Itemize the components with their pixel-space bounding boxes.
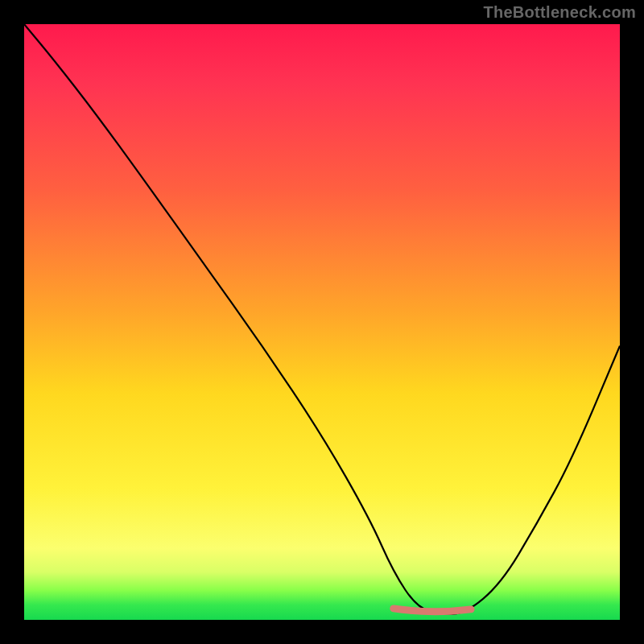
plot-area: [24, 24, 620, 620]
bottleneck-curve: [24, 24, 620, 614]
watermark-text: TheBottleneck.com: [483, 3, 636, 22]
valley-marker: [394, 609, 471, 612]
curve-layer: [24, 24, 620, 620]
chart-frame: TheBottleneck.com: [0, 0, 644, 644]
